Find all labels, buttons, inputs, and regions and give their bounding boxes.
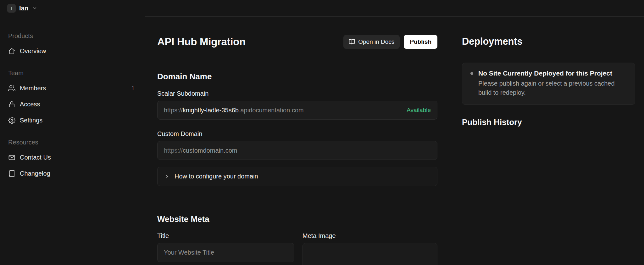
subdomain-prefix: https:// (164, 107, 183, 114)
website-title-column: Title (157, 224, 294, 265)
page-title: API Hub Migration (157, 35, 246, 49)
custom-domain-field[interactable]: https://customdomain.com (157, 141, 437, 160)
meta-image-label: Meta Image (303, 232, 437, 240)
sidebar-item-changelog[interactable]: Changelog (8, 166, 137, 182)
sidebar-item-label: Members (20, 85, 46, 92)
sidebar-item-label: Changelog (20, 170, 50, 177)
sidebar-item-access[interactable]: Access (8, 96, 137, 112)
publish-button[interactable]: Publish (404, 35, 437, 49)
custom-domain-placeholder: customdomain.com (183, 147, 237, 154)
deployment-status-title: No Site Currently Deployed for this Proj… (478, 70, 612, 77)
workspace-name: Ian (19, 5, 28, 12)
meta-image-upload[interactable] (303, 243, 437, 265)
mail-icon (8, 154, 15, 161)
sidebar-section-team: Team (8, 67, 137, 79)
sidebar-item-contact-us[interactable]: Contact Us (8, 149, 137, 166)
subdomain-suffix: .apidocumentation.com (239, 107, 304, 114)
chevron-down-icon (32, 5, 37, 11)
domain-section-heading: Domain Name (157, 71, 437, 82)
header-actions: Open in Docs Publish (343, 35, 437, 49)
workspace-switcher[interactable]: I Ian (7, 4, 37, 13)
deployment-status-card: No Site Currently Deployed for this Proj… (462, 63, 635, 105)
gear-icon (8, 117, 15, 124)
main-content: API Hub Migration Open in Docs Publish D… (145, 16, 450, 265)
scalar-subdomain-field[interactable]: https://knightly-ladle-35s6b.apidocument… (157, 101, 437, 120)
sidebar-item-overview[interactable]: Overview (8, 43, 137, 59)
deployment-status-description: Please publish again or select a previou… (478, 79, 626, 97)
open-in-docs-label: Open in Docs (358, 38, 394, 45)
scalar-subdomain-label: Scalar Subdomain (157, 90, 437, 97)
deployment-status-title-row: No Site Currently Deployed for this Proj… (470, 70, 627, 77)
members-count-badge: 1 (131, 85, 136, 92)
main-header: API Hub Migration Open in Docs Publish (157, 35, 437, 49)
sidebar-item-label: Settings (20, 117, 42, 124)
open-book-icon (349, 39, 355, 45)
users-icon (8, 85, 15, 92)
sidebar-section-resources: Resources (8, 137, 137, 148)
deployments-panel: Deployments No Site Currently Deployed f… (450, 16, 644, 265)
subdomain-value: knightly-ladle-35s6b (183, 107, 239, 114)
open-in-docs-button[interactable]: Open in Docs (343, 35, 400, 49)
sidebar-item-label: Overview (20, 48, 46, 55)
publish-history-heading: Publish History (462, 117, 635, 127)
sidebar-item-label: Contact Us (20, 154, 51, 161)
website-meta-heading: Website Meta (157, 214, 437, 224)
sidebar-section-products: Products (8, 30, 137, 42)
website-meta-row: Title Meta Image (157, 224, 437, 265)
configure-domain-disclosure[interactable]: How to configure your domain (157, 167, 437, 186)
home-icon (8, 48, 15, 55)
deployments-heading: Deployments (462, 35, 635, 48)
configure-domain-label: How to configure your domain (175, 173, 258, 180)
custom-domain-prefix: https:// (164, 147, 183, 154)
book-icon (8, 170, 15, 177)
workspace-avatar: I (7, 4, 16, 13)
sidebar-item-settings[interactable]: Settings (8, 112, 137, 128)
status-dot-icon (470, 72, 473, 75)
sidebar-item-label: Access (20, 101, 40, 108)
availability-status: Available (407, 107, 431, 114)
website-title-input[interactable] (157, 243, 294, 262)
topbar: I Ian (0, 0, 644, 16)
custom-domain-label: Custom Domain (157, 130, 437, 138)
lock-icon (8, 101, 15, 108)
sidebar-item-members[interactable]: Members 1 (8, 80, 137, 96)
chevron-right-icon (164, 174, 170, 179)
website-title-label: Title (157, 232, 294, 240)
sidebar: Products Overview Team Members 1 Access (0, 16, 145, 265)
layout: Products Overview Team Members 1 Access (0, 16, 644, 265)
meta-image-column: Meta Image (303, 224, 437, 265)
